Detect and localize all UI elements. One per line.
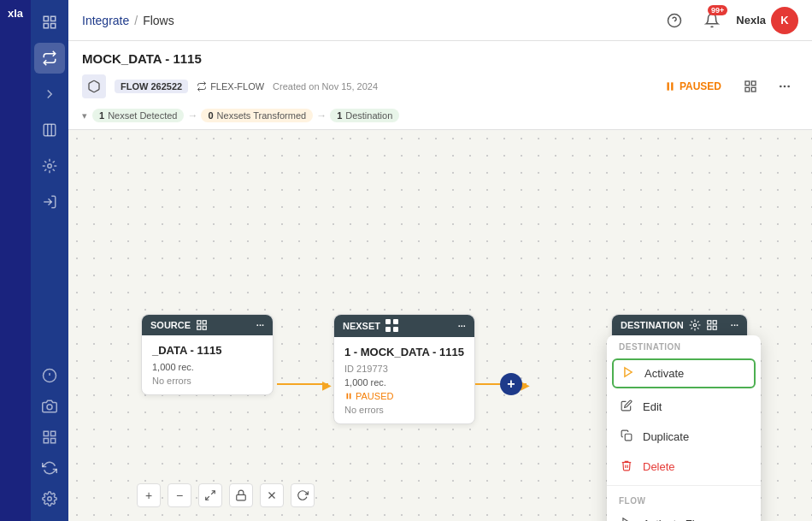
svg-rect-14	[51, 431, 56, 435]
svg-rect-0	[44, 16, 48, 21]
svg-line-46	[211, 491, 215, 494]
context-menu-activate-flow-label: Activate Flow	[643, 518, 709, 521]
context-menu-activate[interactable]: Activate	[612, 358, 756, 388]
nexset-node-name: 1 - MOCK_DATA - 1115	[344, 346, 464, 358]
nexset-node-id: ID 219773	[344, 364, 464, 374]
sidebar-item-camera[interactable]	[34, 391, 65, 422]
stat-destination: 1 Destination	[330, 109, 399, 122]
canvas-refresh-button[interactable]	[291, 483, 315, 507]
edit-icon	[619, 400, 634, 414]
destination-more-icon[interactable]: ···	[731, 320, 738, 330]
flow-type-badge: FLEX-FLOW	[197, 81, 264, 92]
svg-line-47	[206, 496, 209, 500]
sidebar-item-workplace[interactable]	[34, 115, 65, 145]
sidebar-item-integrate[interactable]	[34, 43, 65, 74]
breadcrumb-flows: Flows	[143, 14, 174, 27]
svg-point-35	[693, 323, 697, 327]
sidebar-item-recycle[interactable]	[34, 453, 65, 483]
duplicate-icon	[619, 429, 634, 444]
svg-rect-34	[350, 394, 351, 400]
svg-rect-23	[751, 81, 756, 86]
user-menu[interactable]: Nexla K	[736, 7, 798, 34]
sidebar-item-grid2[interactable]	[34, 422, 65, 453]
nexset-node-status: PAUSED	[344, 391, 464, 401]
sidebar-item-settings[interactable]	[34, 483, 65, 514]
nexset-header-label: NEXSET	[343, 321, 380, 331]
nexset-more-icon[interactable]: ···	[458, 321, 466, 331]
flow-created-date: Created on Nov 15, 2024	[273, 81, 378, 92]
help-button[interactable]	[661, 7, 688, 34]
context-menu-section1-label: DESTINATION	[607, 335, 761, 355]
add-node-button[interactable]: +	[500, 373, 522, 395]
flow-canvas: SOURCE ··· _DATA - 1115 1,000 rec. No er…	[68, 130, 812, 521]
source-more-icon[interactable]: ···	[256, 320, 264, 330]
source-node-header: SOURCE ···	[142, 315, 273, 335]
nexset-node: NEXSET ··· 1 - MOCK_DATA - 1115 ID 21977…	[333, 314, 475, 424]
svg-point-26	[780, 86, 782, 88]
breadcrumb-integrate[interactable]: Integrate	[82, 14, 129, 27]
svg-rect-29	[197, 321, 201, 324]
canvas-lock-button[interactable]	[229, 483, 253, 507]
context-menu-activate-flow[interactable]: Activate Flow	[607, 509, 761, 521]
context-menu-delete[interactable]: Delete	[607, 452, 761, 482]
svg-rect-13	[44, 431, 48, 435]
canvas-toolbar: + −	[137, 483, 315, 507]
svg-point-27	[784, 86, 786, 88]
flow-actions	[737, 73, 798, 100]
context-menu-delete-label: Delete	[643, 460, 675, 473]
svg-rect-38	[708, 326, 711, 329]
flow-stats: ▾ 1 Nexset Detected → 0 Nexsets Transfor…	[82, 109, 798, 129]
stat-nexset-transformed: 0 Nexsets Transformed	[201, 109, 313, 122]
context-menu: DESTINATION Activate Edit Duplicate	[607, 335, 761, 521]
sidebar-item-view[interactable]	[34, 7, 65, 38]
svg-rect-16	[51, 439, 56, 443]
activate-flow-icon	[619, 517, 634, 521]
logo-sidebar: xla	[0, 0, 31, 521]
svg-rect-22	[745, 81, 750, 86]
sidebar-item-move[interactable]	[34, 79, 65, 110]
notification-badge: 99+	[708, 5, 727, 15]
context-menu-section2-label: FLOW	[607, 489, 761, 509]
svg-rect-3	[51, 24, 56, 28]
svg-rect-42	[625, 434, 632, 441]
svg-rect-30	[203, 321, 206, 324]
breadcrumb: Integrate / Flows	[82, 14, 174, 27]
nexset-node-body: 1 - MOCK_DATA - 1115 ID 219773 1,000 rec…	[334, 337, 474, 423]
nexset-node-records: 1,000 rec.	[344, 377, 464, 388]
source-node: SOURCE ··· _DATA - 1115 1,000 rec. No er…	[141, 314, 274, 395]
svg-rect-31	[197, 326, 201, 329]
canvas-fit-button[interactable]	[198, 483, 222, 507]
flow-view-toggle[interactable]	[737, 73, 764, 100]
flow-more-button[interactable]	[771, 73, 798, 100]
sidebar-item-login[interactable]	[34, 186, 65, 217]
canvas-minus-button[interactable]: −	[168, 483, 191, 507]
flow-title: MOCK_DATA - 1115	[82, 51, 798, 66]
context-menu-divider	[607, 485, 761, 486]
flow-type-icon	[82, 74, 106, 98]
canvas-close-button[interactable]	[260, 483, 284, 507]
flow-id-badge: FLOW 262522	[115, 80, 188, 93]
svg-point-28	[787, 86, 790, 88]
sidebar-item-info[interactable]	[34, 360, 65, 391]
source-node-errors: No errors	[152, 376, 262, 386]
source-node-body: _DATA - 1115 1,000 rec. No errors	[142, 335, 273, 394]
destination-node-header: DESTINATION ···	[612, 315, 747, 335]
delete-icon	[619, 459, 634, 474]
flow-status-badge: PAUSED	[664, 80, 721, 92]
arrow-1: ▶	[322, 378, 332, 392]
svg-rect-36	[708, 321, 711, 324]
context-menu-edit-label: Edit	[643, 400, 662, 413]
context-menu-duplicate[interactable]: Duplicate	[607, 422, 761, 452]
notification-button[interactable]: 99+	[698, 7, 726, 34]
nexset-grid-icon	[385, 319, 399, 333]
sidebar-item-operate[interactable]	[34, 151, 65, 181]
flow-meta: FLOW 262522 FLEX-FLOW Created on Nov 15,…	[82, 73, 798, 100]
svg-rect-4	[44, 124, 56, 136]
svg-rect-32	[203, 326, 206, 329]
flow-header: MOCK_DATA - 1115 FLOW 262522 FLEX-FLOW C…	[68, 41, 812, 130]
topbar: Integrate / Flows 99+ Nexla K	[68, 0, 812, 41]
context-menu-edit[interactable]: Edit	[607, 392, 761, 422]
source-header-label: SOURCE	[150, 320, 191, 330]
svg-point-12	[47, 405, 52, 410]
canvas-add-button[interactable]: +	[137, 483, 161, 507]
